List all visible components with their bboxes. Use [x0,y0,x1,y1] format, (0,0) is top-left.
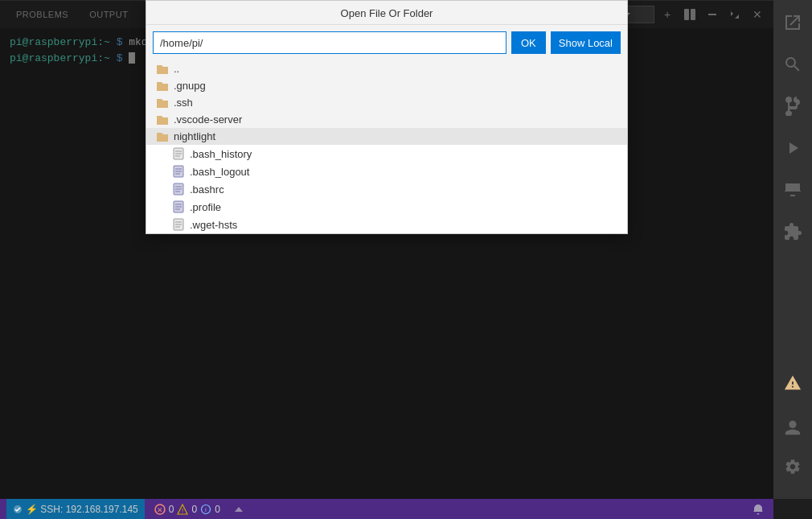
file-item-dotdot-name: .. [174,63,179,75]
status-ssh[interactable]: ⚡ SSH: 192.168.197.145 [6,499,145,519]
dialog-show-local-button[interactable]: Show Local [551,31,621,54]
activity-settings[interactable] [773,447,812,486]
dialog-ok-button[interactable]: OK [511,31,546,54]
file-item-dotdot[interactable]: .. [146,60,627,77]
status-notifications[interactable] [749,499,767,519]
file-item-wget-hsts[interactable]: .wget-hsts [146,216,627,233]
svg-text:!: ! [182,507,183,514]
activity-explorer[interactable] [773,3,812,42]
status-errors[interactable]: ✕ 0 ! 0 i 0 [151,499,224,519]
file-item-ssh-name: .ssh [174,97,193,109]
dialog-title: Open File Or Folder [146,1,627,25]
svg-rect-1 [785,191,801,192]
dialog-file-list: .. .gnupg .ssh .vscode-server nightlight [146,60,627,233]
status-warning-count: 0 [191,504,197,515]
svg-text:✕: ✕ [157,506,163,514]
dialog-toolbar: OK Show Local [146,25,627,60]
activity-remote-explorer[interactable] [773,171,812,209]
activity-bar [773,0,812,499]
file-item-gnupg[interactable]: .gnupg [146,77,627,94]
file-item-wget-hsts-name: .wget-hsts [190,219,237,231]
file-item-nightlight-name: nightlight [174,130,215,142]
status-ssh-label: ⚡ SSH: 192.168.197.145 [26,504,138,515]
file-item-ssh[interactable]: .ssh [146,94,627,111]
file-item-bash-logout-name: .bash_logout [190,166,249,178]
svg-text:i: i [205,506,207,513]
file-item-bashrc-name: .bashrc [190,183,224,196]
activity-account[interactable] [773,409,812,447]
file-item-vscode-server-name: .vscode-server [174,113,242,126]
status-info-count: 0 [215,504,220,515]
dialog-path-input[interactable] [153,31,506,54]
activity-search[interactable] [773,45,812,84]
file-item-gnupg-name: .gnupg [174,80,206,92]
dialog-overlay: Open File Or Folder OK Show Local .. .gn… [0,0,773,499]
file-item-vscode-server[interactable]: .vscode-server [146,111,627,128]
file-item-profile-name: .profile [190,201,221,213]
activity-warning[interactable] [773,364,812,402]
status-remote[interactable] [230,499,248,519]
file-item-nightlight[interactable]: nightlight [146,128,627,145]
activity-source-control[interactable] [773,87,812,126]
activity-extensions[interactable] [773,212,812,251]
svg-rect-0 [785,183,800,192]
file-item-bash-history-name: .bash_history [190,148,252,160]
status-error-count: 0 [169,504,174,515]
file-item-bash-logout[interactable]: .bash_logout [146,163,627,180]
open-file-dialog: Open File Or Folder OK Show Local .. .gn… [146,0,628,234]
file-item-bash-history[interactable]: .bash_history [146,145,627,163]
file-item-profile[interactable]: .profile [146,198,627,216]
status-bar: ⚡ SSH: 192.168.197.145 ✕ 0 ! 0 i 0 [0,499,773,519]
activity-run[interactable] [773,129,812,167]
file-item-bashrc[interactable]: .bashrc [146,180,627,198]
